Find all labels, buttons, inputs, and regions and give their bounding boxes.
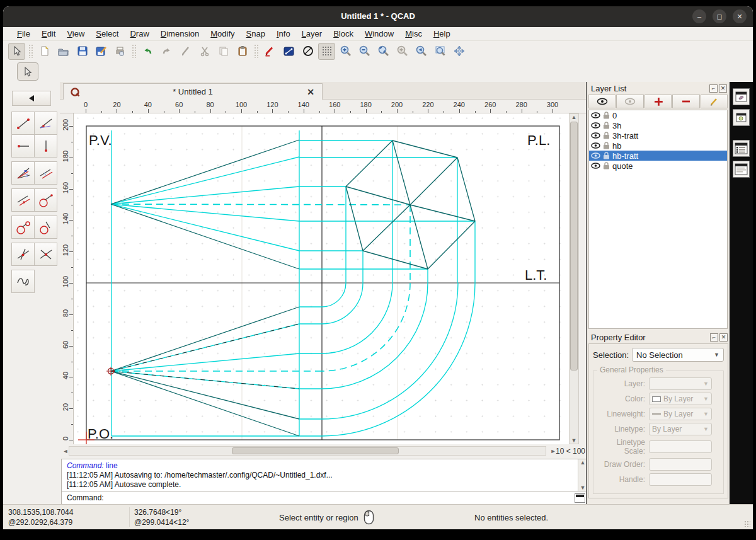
previous-view-button[interactable] (413, 43, 430, 60)
layer-row-quote[interactable]: quote (589, 161, 727, 171)
line-orthogonal-tool[interactable] (11, 243, 35, 266)
document-tab[interactable]: * Untitled 1 ✕ (63, 83, 323, 100)
zoom-previous-button[interactable] (394, 43, 411, 60)
tab-close-icon[interactable]: ✕ (307, 87, 314, 97)
menu-help[interactable]: Help (428, 28, 455, 39)
layer-row-hb[interactable]: hb (589, 141, 727, 151)
freehand-line-tool[interactable] (11, 270, 35, 293)
line-settings-button[interactable] (280, 43, 297, 60)
print-preview-button[interactable] (112, 43, 129, 60)
menu-block[interactable]: Block (328, 28, 358, 39)
layer-row-hb-tratt[interactable]: hb-tratt (589, 151, 727, 161)
property-input[interactable] (649, 473, 712, 486)
command-input[interactable] (104, 493, 575, 503)
auto-zoom-button[interactable] (375, 43, 392, 60)
pan-button[interactable] (450, 43, 467, 60)
property-input[interactable] (649, 458, 712, 471)
remove-layer-button[interactable] (672, 95, 699, 108)
layer-visibility-icon[interactable] (591, 112, 600, 118)
panel-close-button[interactable]: ✕ (719, 333, 728, 342)
vertical-scrollbar[interactable]: ▲ ▼ (569, 113, 579, 444)
tangent-2-circles-tool[interactable] (11, 215, 35, 239)
property-dropdown[interactable]: By Layer▼ (649, 423, 712, 435)
line-parallel-tool[interactable] (34, 161, 57, 185)
menu-snap[interactable]: Snap (241, 28, 270, 39)
menu-edit[interactable]: Edit (37, 28, 60, 39)
dock-property-editor-button[interactable] (733, 88, 750, 105)
line-angle-tool[interactable] (34, 112, 57, 135)
line-angled-tool[interactable] (34, 243, 57, 266)
line-parallel-point-tool[interactable] (11, 188, 35, 212)
layer-lock-icon[interactable] (603, 162, 610, 169)
layer-visibility-icon[interactable] (591, 163, 600, 169)
layer-visibility-icon[interactable] (591, 152, 600, 159)
line-horizontal-tool[interactable] (11, 134, 35, 158)
menu-misc[interactable]: Misc (400, 28, 427, 39)
line-bisector-tool[interactable]: == (11, 161, 35, 185)
menu-modify[interactable]: Modify (205, 28, 239, 39)
close-button[interactable]: ✕ (733, 9, 747, 23)
horizontal-scrollbar[interactable] (69, 446, 546, 456)
property-dropdown[interactable]: By Layer▼ (649, 393, 712, 405)
tangent-point-circle-tool[interactable] (34, 188, 57, 212)
pen-add-button[interactable] (177, 43, 194, 60)
menu-select[interactable]: Select (91, 28, 123, 39)
line-vertical-tool[interactable] (34, 134, 57, 158)
property-input[interactable] (649, 440, 712, 453)
layer-lock-icon[interactable] (603, 142, 610, 149)
layer-lock-icon[interactable] (603, 122, 610, 129)
drawing-canvas[interactable]: P.V.P.L.L.T.P.O. (74, 113, 569, 444)
layer-lock-icon[interactable] (603, 152, 610, 159)
menu-file[interactable]: File (12, 28, 35, 39)
layer-lock-icon[interactable] (603, 112, 610, 119)
zoom-window-button[interactable] (432, 43, 449, 60)
menu-window[interactable]: Window (360, 28, 399, 39)
line-2points-tool[interactable] (11, 112, 35, 135)
back-button[interactable] (12, 91, 51, 106)
layer-visibility-icon[interactable] (591, 122, 600, 129)
selection-dropdown[interactable]: No Selection ▼ (632, 348, 724, 362)
menu-info[interactable]: Info (272, 28, 295, 39)
panel-float-button[interactable]: ⌐ (709, 84, 718, 93)
save-as-button[interactable] (93, 43, 110, 60)
resize-grip[interactable] (744, 520, 750, 527)
horizontal-scroll-thumb[interactable] (232, 447, 399, 454)
tangent-line-circle-tool[interactable] (34, 215, 57, 239)
select-tool-button[interactable] (8, 43, 25, 60)
property-dropdown[interactable]: ▼ (649, 377, 712, 390)
show-all-layers-button[interactable] (588, 95, 616, 108)
hide-all-layers-button[interactable] (616, 95, 643, 108)
layer-row-0[interactable]: 0 (589, 110, 727, 120)
panel-close-button[interactable]: ✕ (719, 84, 727, 93)
copy-button[interactable] (215, 43, 232, 60)
add-layer-button[interactable] (644, 95, 672, 108)
layer-row-3h[interactable]: 3h (589, 120, 727, 130)
cut-button[interactable] (196, 43, 213, 60)
menu-draw[interactable]: Draw (125, 28, 154, 39)
layer-visibility-icon[interactable] (591, 132, 600, 139)
paste-button[interactable] (234, 43, 251, 60)
drawing-preferences-button[interactable] (261, 43, 278, 60)
scroll-up-icon[interactable]: ▲ (570, 114, 578, 120)
panel-float-button[interactable]: ⌐ (710, 333, 718, 342)
vertical-scroll-thumb[interactable] (570, 122, 578, 371)
layer-visibility-icon[interactable] (591, 142, 600, 149)
scroll-down-icon[interactable]: ▼ (570, 437, 578, 444)
menu-layer[interactable]: Layer (297, 28, 328, 39)
dock-command-line-button[interactable] (733, 161, 750, 178)
menu-view[interactable]: View (62, 28, 89, 39)
edit-layer-button[interactable] (701, 95, 728, 108)
pointer-mode-button[interactable] (17, 62, 38, 81)
new-file-button[interactable] (36, 43, 53, 60)
dock-library-browser-button[interactable] (733, 109, 750, 126)
toggle-command-panel-button[interactable] (575, 493, 585, 503)
open-file-button[interactable] (55, 43, 72, 60)
zoom-out-button[interactable] (356, 43, 373, 60)
property-dropdown[interactable]: By Layer▼ (649, 408, 712, 420)
dock-layer-list-button[interactable] (733, 140, 750, 157)
maximize-button[interactable]: ◻ (713, 9, 726, 23)
ellipse-button[interactable] (299, 43, 316, 60)
zoom-in-button[interactable] (337, 43, 354, 60)
minimize-button[interactable]: – (692, 9, 706, 23)
layer-lock-icon[interactable] (603, 132, 610, 139)
